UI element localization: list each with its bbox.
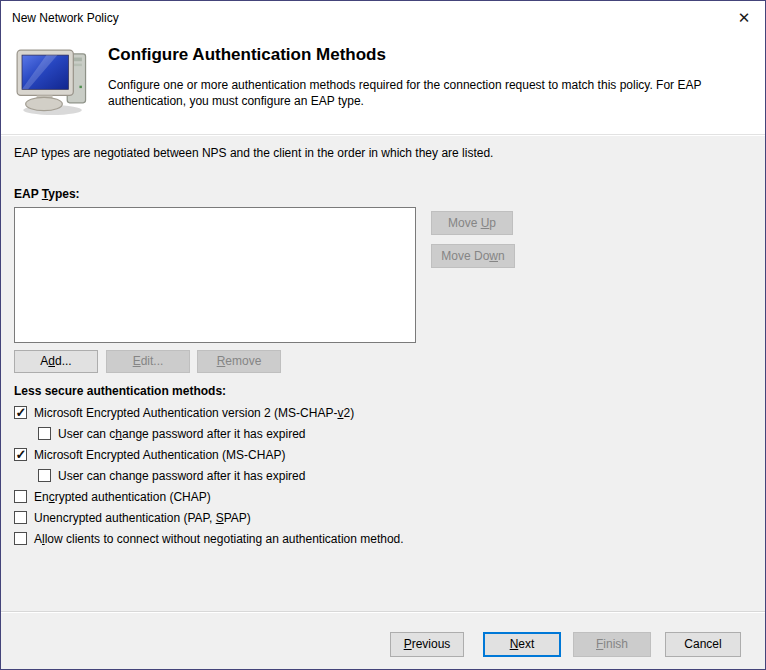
- close-icon[interactable]: ✕: [732, 7, 756, 29]
- checkbox[interactable]: [38, 427, 51, 440]
- checkbox-label: Encrypted authentication (CHAP): [34, 490, 211, 504]
- checkbox-label: Microsoft Encrypted Authentication (MS-C…: [34, 448, 285, 462]
- finish-button[interactable]: Finish: [573, 632, 651, 657]
- checkbox-row[interactable]: Encrypted authentication (CHAP): [14, 486, 755, 507]
- checkbox-row[interactable]: User can change password after it has ex…: [14, 465, 755, 486]
- page-description: Configure one or more authentication met…: [108, 77, 756, 109]
- checkbox-row[interactable]: Unencrypted authentication (PAP, SPAP): [14, 507, 755, 528]
- checkbox[interactable]: [14, 490, 27, 503]
- edit-button[interactable]: Edit...: [106, 350, 190, 373]
- checkbox-label: User can change password after it has ex…: [58, 469, 305, 483]
- auth-methods-checkbox-list: Microsoft Encrypted Authentication versi…: [14, 402, 755, 549]
- wizard-header: Configure Authentication Methods Configu…: [1, 35, 765, 135]
- checkbox-row[interactable]: Microsoft Encrypted Authentication versi…: [14, 402, 755, 423]
- eap-order-note: EAP types are negotiated between NPS and…: [14, 146, 493, 160]
- cancel-button[interactable]: Cancel: [665, 632, 741, 657]
- next-button[interactable]: Next: [483, 632, 561, 657]
- checkbox[interactable]: [14, 448, 27, 461]
- eap-types-listbox[interactable]: [14, 207, 416, 343]
- checkbox-label: Microsoft Encrypted Authentication versi…: [34, 406, 354, 420]
- computer-monitor-icon: [15, 49, 95, 115]
- checkbox[interactable]: [14, 532, 27, 545]
- page-title: Configure Authentication Methods: [108, 45, 386, 65]
- checkbox-row[interactable]: User can change password after it has ex…: [14, 423, 755, 444]
- checkbox[interactable]: [38, 469, 51, 482]
- move-down-button[interactable]: Move Down: [431, 244, 515, 268]
- new-network-policy-dialog: New Network Policy ✕: [0, 0, 766, 670]
- move-up-button[interactable]: Move Up: [431, 211, 513, 235]
- previous-button[interactable]: Previous: [390, 632, 464, 657]
- eap-types-label: EAP Types:: [14, 187, 80, 201]
- checkbox[interactable]: [14, 511, 27, 524]
- window-title: New Network Policy: [12, 11, 119, 25]
- wizard-body: EAP types are negotiated between NPS and…: [1, 136, 765, 669]
- checkbox[interactable]: [14, 406, 27, 419]
- footer-separator: [1, 611, 765, 613]
- add-button[interactable]: Add...: [14, 350, 98, 373]
- checkbox-row[interactable]: Microsoft Encrypted Authentication (MS-C…: [14, 444, 755, 465]
- remove-button[interactable]: Remove: [197, 350, 281, 373]
- titlebar: New Network Policy ✕: [1, 1, 765, 35]
- less-secure-heading: Less secure authentication methods:: [14, 384, 226, 398]
- checkbox-label: Unencrypted authentication (PAP, SPAP): [34, 511, 251, 525]
- checkbox-label: Allow clients to connect without negotia…: [34, 532, 404, 546]
- checkbox-row[interactable]: Allow clients to connect without negotia…: [14, 528, 755, 549]
- checkbox-label: User can change password after it has ex…: [58, 427, 306, 441]
